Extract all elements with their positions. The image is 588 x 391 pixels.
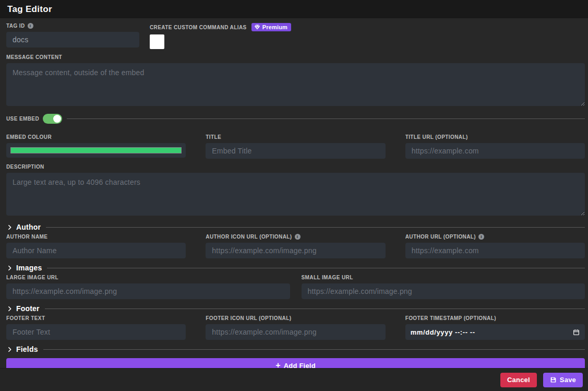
footer-icon-url-input[interactable]: [206, 324, 385, 340]
tag-id-label-row: TAG ID i: [6, 23, 139, 29]
fields-section-header[interactable]: Fields: [6, 345, 585, 353]
footer-icon-url-group: FOOTER ICON URL (OPTIONAL): [206, 315, 385, 340]
footer-text-input[interactable]: [6, 324, 186, 340]
save-button-label: Save: [560, 376, 576, 384]
premium-badge[interactable]: Premium: [251, 23, 291, 31]
embed-colour-label: EMBED COLOUR: [6, 134, 186, 140]
images-section-header[interactable]: Images: [6, 264, 585, 272]
alias-label-row: CREATE CUSTOM COMMAND ALIAS Premium: [150, 23, 585, 31]
use-embed-row: USE EMBED: [6, 113, 585, 124]
calendar-icon[interactable]: [573, 329, 580, 336]
author-section-header[interactable]: Author: [6, 223, 585, 231]
large-image-url-group: LARGE IMAGE URL: [6, 275, 290, 299]
save-floppy-icon: [550, 376, 557, 383]
datetime-value[interactable]: mm/dd/yyyy --:-- --: [411, 328, 573, 336]
chevron-right-icon[interactable]: [6, 224, 13, 231]
large-image-url-label: LARGE IMAGE URL: [6, 275, 290, 280]
author-icon-url-label-row: AUTHOR ICON URL (OPTIONAL) i: [206, 234, 385, 240]
colour-swatch: [10, 147, 182, 153]
large-image-url-input[interactable]: [6, 283, 290, 299]
cancel-button-label: Cancel: [507, 376, 530, 384]
embed-colour-group: EMBED COLOUR: [6, 134, 186, 159]
divider: [46, 227, 585, 228]
author-url-input[interactable]: [405, 243, 585, 258]
author-name-label: AUTHOR NAME: [6, 234, 186, 240]
embed-colour-picker[interactable]: [6, 143, 186, 158]
footer-icon-url-label: FOOTER ICON URL (OPTIONAL): [206, 315, 385, 321]
info-icon[interactable]: i: [28, 23, 33, 29]
small-image-url-group: SMALL IMAGE URL: [302, 275, 585, 299]
alias-label: CREATE CUSTOM COMMAND ALIAS: [150, 25, 247, 30]
footer-section-title: Footer: [16, 304, 40, 313]
images-section-title: Images: [16, 264, 42, 272]
premium-badge-label: Premium: [262, 24, 287, 30]
footer-timestamp-group: FOOTER TIMESTAMP (OPTIONAL) mm/dd/yyyy -…: [405, 315, 585, 340]
message-content-textarea[interactable]: [6, 63, 585, 106]
info-icon[interactable]: i: [295, 234, 301, 240]
title-group: TITLE: [206, 134, 385, 159]
author-name-group: AUTHOR NAME: [6, 234, 186, 258]
alias-checkbox[interactable]: [150, 34, 164, 49]
description-textarea[interactable]: [6, 173, 585, 216]
divider: [45, 309, 585, 309]
footer-text-group: FOOTER TEXT: [6, 315, 186, 340]
footer-timestamp-input[interactable]: mm/dd/yyyy --:-- --: [405, 324, 585, 340]
description-group: DESCRIPTION: [6, 164, 585, 218]
footer-text-label: FOOTER TEXT: [6, 315, 186, 321]
fields-section-title: Fields: [16, 345, 38, 353]
title-url-input[interactable]: [405, 143, 585, 159]
footer-timestamp-label: FOOTER TIMESTAMP (OPTIONAL): [405, 315, 585, 321]
tag-id-input[interactable]: [6, 32, 139, 48]
divider: [43, 349, 585, 350]
footer-section-header[interactable]: Footer: [6, 304, 585, 313]
tag-editor-form: TAG ID i CREATE CUSTOM COMMAND ALIAS Pre…: [0, 18, 588, 373]
small-image-url-input[interactable]: [302, 283, 585, 299]
use-embed-label: USE EMBED: [6, 116, 39, 122]
cancel-button[interactable]: Cancel: [500, 373, 537, 387]
author-name-input[interactable]: [6, 243, 186, 258]
divider: [67, 119, 585, 119]
gem-icon: [254, 24, 260, 30]
author-icon-url-label: AUTHOR ICON URL (OPTIONAL): [206, 234, 292, 240]
divider: [47, 268, 585, 268]
author-section-title: Author: [16, 223, 41, 231]
title-label: TITLE: [206, 134, 385, 140]
tag-id-group: TAG ID i: [6, 23, 139, 49]
tag-id-label: TAG ID: [6, 23, 25, 29]
alias-group: CREATE CUSTOM COMMAND ALIAS Premium: [150, 23, 585, 49]
description-label: DESCRIPTION: [6, 164, 585, 170]
title-url-label: TITLE URL (OPTIONAL): [405, 134, 585, 140]
title-input[interactable]: [206, 143, 385, 159]
info-icon[interactable]: i: [478, 234, 484, 240]
author-icon-url-group: AUTHOR ICON URL (OPTIONAL) i: [206, 234, 385, 258]
chevron-right-icon[interactable]: [6, 265, 13, 271]
message-content-group: MESSAGE CONTENT: [6, 54, 585, 108]
author-url-label-row: AUTHOR URL (OPTIONAL) i: [405, 234, 585, 240]
author-url-group: AUTHOR URL (OPTIONAL) i: [405, 234, 585, 258]
toggle-knob-icon: [53, 115, 61, 123]
page-title: Tag Editor: [7, 4, 52, 15]
author-url-label: AUTHOR URL (OPTIONAL): [405, 234, 476, 240]
title-url-group: TITLE URL (OPTIONAL): [405, 134, 585, 159]
use-embed-toggle[interactable]: [43, 114, 62, 124]
action-bar: Cancel Save: [0, 368, 588, 391]
save-button[interactable]: Save: [543, 373, 583, 387]
message-content-label: MESSAGE CONTENT: [6, 54, 585, 60]
small-image-url-label: SMALL IMAGE URL: [302, 275, 585, 280]
title-bar: Tag Editor: [0, 0, 588, 18]
chevron-right-icon[interactable]: [6, 346, 13, 353]
chevron-right-icon[interactable]: [6, 305, 13, 312]
author-icon-url-input[interactable]: [206, 243, 385, 258]
